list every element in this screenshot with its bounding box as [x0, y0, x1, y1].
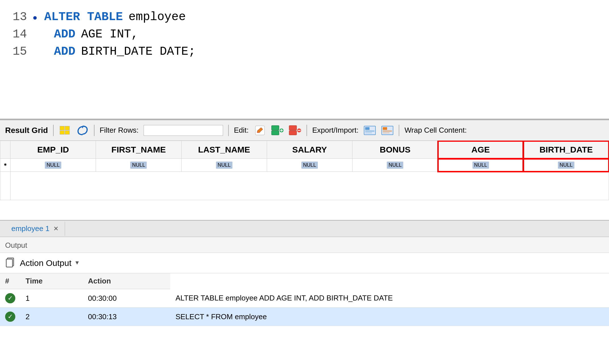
tab-label-employee-1: employee 1 [11, 224, 49, 233]
log-row-1-status-icon: ✓ [0, 289, 20, 308]
log-row-2-action: SELECT * FROM employee [170, 308, 609, 326]
cell-birth-date-1[interactable]: NULL [523, 159, 609, 172]
line-number-15: 15 [11, 43, 27, 60]
row-marker-header [0, 141, 10, 159]
export-import-label: Export/Import: [312, 126, 358, 135]
row-marker-empty [0, 172, 10, 200]
log-col-action: Action [83, 273, 170, 289]
copy-icon[interactable] [5, 257, 16, 269]
log-row-2-num: 2 [20, 308, 83, 326]
col-header-age: AGE [438, 141, 523, 159]
cell-emp-id-1[interactable]: NULL [10, 159, 96, 172]
code-employee-13: employee [129, 9, 186, 26]
log-col-num: # [0, 273, 20, 289]
cell-first-name-1[interactable]: NULL [96, 159, 181, 172]
col-header-bonus: BONUS [352, 141, 438, 159]
export-icon[interactable] [364, 125, 376, 136]
import-icon[interactable] [381, 125, 394, 136]
result-grid-toolbar: Result Grid Filter Rows: Edit: [0, 120, 609, 141]
col-header-salary: SALARY [267, 141, 352, 159]
svg-rect-0 [60, 126, 64, 130]
toolbar-separator-2 [94, 125, 94, 136]
col-header-last-name: LAST_NAME [181, 141, 267, 159]
log-table-container: # Time Action ✓ 1 00:30:00 ALTER TABLE e… [0, 273, 609, 326]
svg-rect-25 [6, 259, 12, 267]
code-editor: 13 ● ALTER TABLE employee 14 ADD AGE INT… [0, 0, 609, 119]
log-row-2-time: 00:30:13 [83, 308, 170, 326]
bottom-tab-bar: employee 1 ✕ [0, 220, 609, 237]
svg-rect-3 [65, 131, 70, 134]
tab-close-employee-1[interactable]: ✕ [53, 225, 58, 232]
keyword-add-15: ADD [54, 43, 75, 60]
svg-rect-12 [289, 126, 297, 130]
log-row-1-action: ALTER TABLE employee ADD AGE INT, ADD BI… [170, 289, 609, 308]
svg-rect-22 [383, 130, 392, 132]
empty-row-cell[interactable] [10, 172, 609, 200]
wrap-cell-label: Wrap Cell Content: [404, 126, 467, 135]
toolbar-separator-4 [306, 125, 307, 136]
svg-rect-19 [365, 132, 372, 133]
success-check-1: ✓ [5, 293, 15, 303]
keyword-add-14: ADD [54, 26, 75, 43]
action-output-label: Action Output [20, 258, 72, 268]
col-header-first-name: FIRST_NAME [96, 141, 181, 159]
tab-employee-1[interactable]: employee 1 ✕ [5, 221, 65, 236]
add-row-icon[interactable] [271, 125, 284, 136]
toolbar-separator-5 [399, 125, 399, 136]
filter-rows-label: Filter Rows: [100, 126, 138, 135]
edit-pencil-icon[interactable] [254, 125, 266, 136]
edit-label: Edit: [234, 126, 249, 135]
log-row-2-status-icon: ✓ [0, 308, 20, 326]
keyword-alter-table: ALTER TABLE [44, 9, 123, 26]
data-table-container: EMP_ID FIRST_NAME LAST_NAME SALARY BONUS… [0, 141, 609, 220]
action-log-table: # Time Action ✓ 1 00:30:00 ALTER TABLE e… [0, 273, 609, 326]
svg-rect-17 [365, 127, 369, 130]
code-line-13: 13 ● ALTER TABLE employee [11, 9, 598, 26]
log-row-1-time: 00:30:00 [83, 289, 170, 308]
grid-icon[interactable] [59, 125, 71, 136]
log-row-1-num: 1 [20, 289, 83, 308]
svg-rect-13 [289, 131, 297, 135]
col-header-birth-date: BIRTH_DATE [523, 141, 609, 159]
svg-rect-8 [272, 131, 279, 135]
code-age-int: AGE INT, [81, 26, 138, 43]
col-header-emp-id: EMP_ID [10, 141, 96, 159]
code-line-15: 15 ADD BIRTH_DATE DATE; [11, 43, 598, 60]
output-section-header: Output [0, 237, 609, 253]
output-title: Output [5, 241, 27, 249]
cell-bonus-1[interactable]: NULL [352, 159, 438, 172]
success-check-2: ✓ [5, 312, 15, 322]
toolbar-separator-1 [53, 125, 54, 136]
table-row-empty [0, 172, 609, 200]
result-grid-label: Result Grid [5, 126, 48, 135]
line-number-14: 14 [11, 26, 27, 43]
cell-salary-1[interactable]: NULL [267, 159, 352, 172]
row-marker-cell: ✱ [0, 159, 10, 172]
filter-rows-input[interactable] [144, 125, 223, 136]
code-birth-date: BIRTH_DATE DATE; [81, 43, 196, 60]
cell-age-1[interactable]: NULL [438, 159, 523, 172]
delete-row-icon[interactable] [289, 125, 301, 136]
svg-rect-1 [65, 126, 70, 130]
log-row-2: ✓ 2 00:30:13 SELECT * FROM employee [0, 308, 609, 326]
svg-rect-18 [365, 130, 375, 132]
svg-rect-7 [272, 126, 279, 130]
svg-rect-2 [60, 131, 64, 134]
table-row: ✱ NULL NULL NULL NULL NULL NULL NULL [0, 159, 609, 172]
code-line-14: 14 ADD AGE INT, [11, 26, 598, 43]
breakpoint-bullet-13: ● [33, 12, 37, 24]
svg-rect-23 [383, 132, 390, 133]
refresh-icon[interactable] [76, 125, 89, 136]
line-number-13: 13 [11, 9, 27, 26]
result-grid-table: EMP_ID FIRST_NAME LAST_NAME SALARY BONUS… [0, 141, 609, 200]
action-output-bar: Action Output ▼ [0, 253, 609, 273]
action-output-dropdown-arrow[interactable]: ▼ [75, 260, 79, 266]
svg-rect-21 [383, 127, 387, 130]
toolbar-separator-3 [228, 125, 229, 136]
log-row-1: ✓ 1 00:30:00 ALTER TABLE employee ADD AG… [0, 289, 609, 308]
log-col-time: Time [20, 273, 83, 289]
cell-last-name-1[interactable]: NULL [181, 159, 267, 172]
